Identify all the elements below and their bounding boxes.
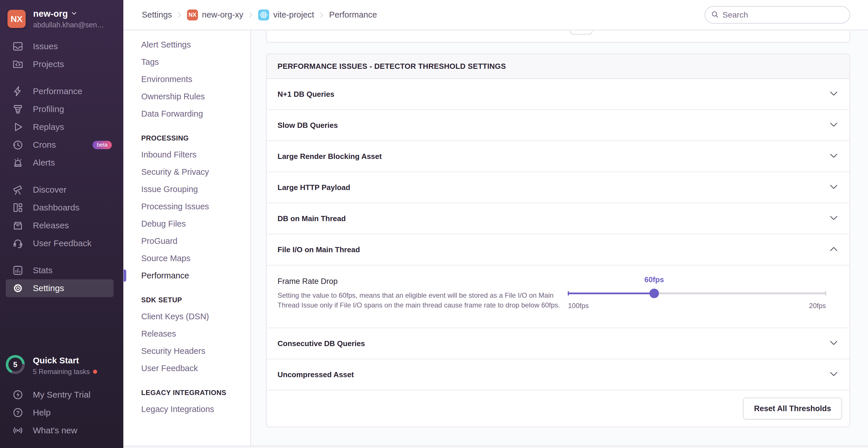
frame-rate-drop-description: Setting the value to 60fps, means that a… [278,290,568,310]
sidebar-item-discover[interactable]: Discover [6,181,114,199]
breadcrumb: Settings NX new-org-xy vite-p [142,9,377,21]
subnav-header-sdk-setup: SDK SETUP [123,292,250,308]
sidebar-item-projects[interactable]: Projects [6,55,114,73]
sidebar-item-profiling[interactable]: Profiling [6,100,114,118]
sidebar-item-label: Releases [33,220,69,230]
sidebar-item-label: Settings [33,283,64,293]
org-avatar: NX [7,10,26,28]
org-user-email: abdullah.khan@sen… [33,21,104,29]
subnav-item-performance[interactable]: Performance [123,267,250,284]
projects-icon [11,58,24,71]
subnav-item-environments[interactable]: Environments [123,71,250,88]
sidebar-item-label: My Sentry Trial [33,390,91,400]
releases-icon [11,219,24,232]
help-icon: ? [11,406,24,419]
chevron-down-icon [71,9,77,19]
stats-icon [11,264,24,277]
accordion-row-db-on-main-thread[interactable]: DB on Main Thread [267,203,849,234]
chevron-right-icon [249,12,252,18]
subnav-item-source-maps[interactable]: Source Maps [123,250,250,267]
accordion-row-large-http-payload[interactable]: Large HTTP Payload [267,172,849,203]
sidebar-item-user-feedback[interactable]: User Feedback [6,234,114,252]
sidebar-item-dashboards[interactable]: Dashboards [6,199,114,216]
sidebar-item-releases[interactable]: Releases [6,216,114,234]
sidebar-item-label: User Feedback [33,238,91,248]
org-badge: NX [187,9,198,21]
subnav-item-alert-settings[interactable]: Alert Settings [123,36,250,53]
sidebar-item-my-sentry-trial[interactable]: My Sentry Trial [6,386,114,404]
sidebar-item-label: Projects [33,59,64,69]
org-switcher[interactable]: NX new-org abdullah.khan@sen… [7,9,104,29]
alerts-icon [11,156,24,169]
quick-start[interactable]: 5 Quick Start 5 Remaining tasks [6,355,118,376]
chevron-down-icon [830,184,837,190]
chevron-down-icon [830,153,837,159]
accordion-row-large-render-blocking-asset[interactable]: Large Render Blocking Asset [267,141,849,172]
sidebar-item-whats-new[interactable]: What's new [6,421,114,439]
subnav-item-processing-issues[interactable]: Processing Issues [123,198,250,215]
breadcrumb-org[interactable]: NX new-org-xy [187,9,243,21]
slider-thumb[interactable] [649,289,659,298]
slider-max-label: 20fps [809,302,826,310]
subnav-item-legacy-integrations[interactable]: Legacy Integrations [123,401,250,418]
subnav-item-debug-files[interactable]: Debug Files [123,215,250,232]
detector-threshold-panel: PERFORMANCE ISSUES - DETECTOR THRESHOLD … [266,54,850,427]
sidebar-item-label: Dashboards [33,203,80,212]
sidebar-item-label: Profiling [33,104,64,114]
slider-track[interactable] [568,292,826,294]
panel-title: PERFORMANCE ISSUES - DETECTOR THRESHOLD … [267,54,849,79]
sidebar-item-crons[interactable]: Crons beta [6,136,114,154]
accordion-row-file-io-on-main-thread[interactable]: File I/O on Main Thread [267,234,849,266]
sidebar-item-performance[interactable]: Performance [6,82,114,100]
subnav-item-data-forwarding[interactable]: Data Forwarding [123,105,250,123]
search-box[interactable] [705,6,850,24]
sidebar-item-replays[interactable]: Replays [6,118,114,136]
broadcast-icon [11,424,24,437]
accordion-row-uncompressed-asset[interactable]: Uncompressed Asset [267,359,849,390]
subnav-item-inbound-filters[interactable]: Inbound Filters [123,146,250,163]
sidebar-nav-group-5: My Sentry Trial ? Help What's new [0,386,123,439]
search-input[interactable] [722,10,844,20]
quick-start-progress-ring: 5 [6,355,25,374]
reset-all-thresholds-button[interactable]: Reset All Thresholds [743,398,842,419]
dashboards-icon [11,201,24,214]
breadcrumb-performance: Performance [329,10,377,20]
bottom-edge-strip [123,446,868,448]
accordion-row-consecutive-db-queries[interactable]: Consecutive DB Queries [267,328,849,359]
telescope-icon [11,183,24,196]
chevron-down-icon [830,123,837,128]
accordion-row-slow-db-queries[interactable]: Slow DB Queries [267,110,849,141]
sidebar-item-label: Performance [33,87,83,96]
subnav-item-client-keys[interactable]: Client Keys (DSN) [123,308,250,325]
chevron-right-icon [178,12,181,18]
subnav-item-security-headers[interactable]: Security Headers [123,342,250,359]
sidebar-item-label: Stats [33,266,53,275]
collapse-handle[interactable] [570,31,592,35]
sidebar-item-label: Alerts [33,158,55,168]
chevron-up-icon [830,247,837,252]
subnav-item-releases[interactable]: Releases [123,325,250,342]
accordion-row-n1-db-queries[interactable]: N+1 DB Queries [267,79,849,110]
subnav-item-user-feedback[interactable]: User Feedback [123,359,250,377]
react-project-icon [258,9,269,21]
notification-dot [93,370,97,374]
sidebar-item-settings[interactable]: Settings [6,279,114,297]
breadcrumb-project[interactable]: vite-project [258,9,314,21]
subnav-item-ownership-rules[interactable]: Ownership Rules [123,88,250,105]
subnav-item-security-privacy[interactable]: Security & Privacy [123,163,250,180]
sidebar-item-help[interactable]: ? Help [6,404,114,421]
sidebar-item-label: Issues [33,41,58,51]
sidebar-item-stats[interactable]: Stats [6,262,114,279]
sidebar-item-alerts[interactable]: Alerts [6,154,114,172]
sidebar-item-issues[interactable]: Issues [6,37,114,55]
breadcrumb-settings[interactable]: Settings [142,10,172,20]
quick-start-title: Quick Start [33,355,97,366]
subnav-item-proguard[interactable]: ProGuard [123,232,250,250]
replays-icon [11,120,24,133]
panel-footer: Reset All Thresholds [267,390,849,427]
subnav-item-issue-grouping[interactable]: Issue Grouping [123,180,250,198]
sidebar-item-label: Crons [33,140,56,150]
subnav-item-tags[interactable]: Tags [123,53,250,71]
gear-icon [11,282,24,295]
sidebar-nav-group-3: Discover Dashboards Releases User Feedba… [0,181,123,252]
